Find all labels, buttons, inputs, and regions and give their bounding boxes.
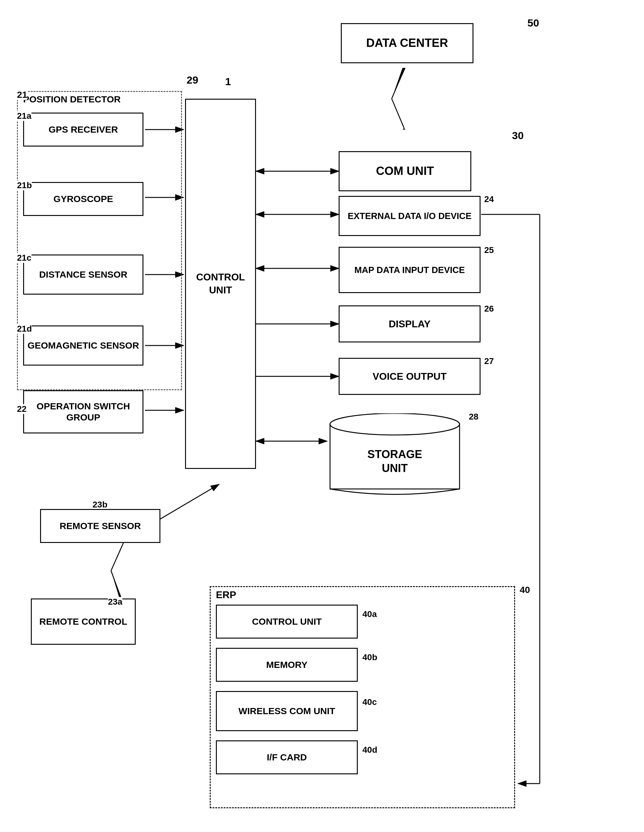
ref-21b: 21b xyxy=(17,181,32,190)
ref-40d: 40d xyxy=(363,745,377,755)
storage-unit-cylinder: STORAGE UNIT xyxy=(327,413,475,500)
erp-memory-box: MEMORY xyxy=(216,648,358,682)
erp-wireless-box: WIRELESS COM UNIT xyxy=(216,691,358,731)
voice-output-box: VOICE OUTPUT xyxy=(339,358,481,395)
ref-27: 27 xyxy=(484,356,494,366)
ref-40: 40 xyxy=(520,585,530,595)
external-data-box: EXTERNAL DATA I/O DEVICE xyxy=(339,196,481,236)
ref-21d: 21d xyxy=(17,324,32,334)
map-data-box: MAP DATA INPUT DEVICE xyxy=(339,247,481,293)
svg-text:STORAGE: STORAGE xyxy=(368,448,422,461)
control-unit-box: CONTROL UNIT xyxy=(185,99,256,469)
ref-50: 50 xyxy=(527,17,539,29)
com-unit-box: COM UNIT xyxy=(339,151,471,191)
distance-sensor-box: DISTANCE SENSOR xyxy=(23,254,144,294)
svg-text:UNIT: UNIT xyxy=(382,462,408,474)
operation-switch-box: OPERATION SWITCH GROUP xyxy=(23,390,144,434)
ref-25: 25 xyxy=(484,245,494,255)
ref-23a: 23a xyxy=(108,597,123,607)
ref-29: 29 xyxy=(187,74,198,86)
svg-line-19 xyxy=(111,543,123,571)
ref-23b: 23b xyxy=(93,500,107,510)
ref-22: 22 xyxy=(17,404,27,414)
ref-40b: 40b xyxy=(363,653,377,662)
svg-line-3 xyxy=(392,99,404,128)
geomagnetic-sensor-box: GEOMAGNETIC SENSOR xyxy=(23,325,144,366)
svg-line-17 xyxy=(151,484,219,525)
ref-30: 30 xyxy=(512,130,524,142)
ref-21c: 21c xyxy=(17,253,32,263)
remote-sensor-box: REMOTE SENSOR xyxy=(40,509,160,543)
position-detector-label: POSITION DETECTOR xyxy=(23,94,121,105)
ref-21a: 21a xyxy=(17,111,32,121)
display-box: DISPLAY xyxy=(339,306,481,342)
ref-21: 21 xyxy=(17,90,27,100)
gyroscope-box: GYROSCOPE xyxy=(23,182,144,216)
svg-marker-4 xyxy=(392,68,406,99)
svg-point-26 xyxy=(330,413,460,435)
svg-line-2 xyxy=(392,69,404,99)
ref-40a: 40a xyxy=(363,609,377,619)
erp-control-box: CONTROL UNIT xyxy=(216,605,358,638)
diagram: 50 DATA CENTER 1 29 30 COM UNIT CONTROL … xyxy=(0,0,644,832)
ref-24: 24 xyxy=(484,194,494,204)
gps-receiver-box: GPS RECEIVER xyxy=(23,113,144,147)
ref-1: 1 xyxy=(225,75,231,88)
erp-label: ERP xyxy=(216,589,236,601)
data-center-box: DATA CENTER xyxy=(341,23,473,63)
svg-marker-5 xyxy=(403,128,406,130)
ref-28: 28 xyxy=(469,412,478,422)
ref-26: 26 xyxy=(484,304,494,314)
erp-ifcard-box: I/F CARD xyxy=(216,740,358,774)
ref-40c: 40c xyxy=(363,697,377,707)
